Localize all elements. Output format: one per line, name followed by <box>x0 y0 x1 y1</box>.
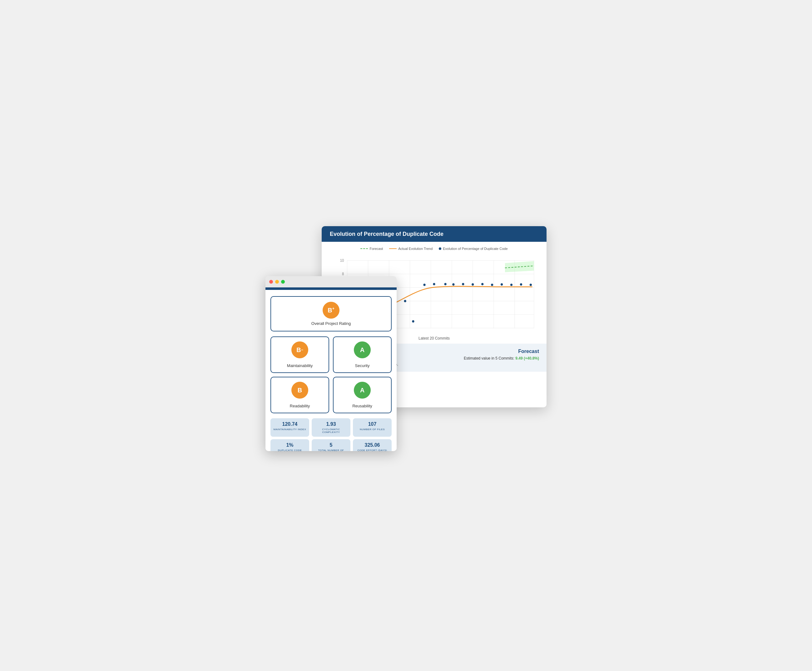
reusability-label: Reusability <box>352 404 372 408</box>
svg-point-39 <box>520 283 522 286</box>
minimize-dot[interactable] <box>275 280 279 284</box>
readability-card: B Readability <box>271 377 329 413</box>
readability-label: Readability <box>290 404 310 408</box>
rating-titlebar <box>266 276 397 288</box>
estimated-label: Estimated value in 5 Commits: <box>464 356 514 361</box>
window-accent-bar <box>266 288 397 290</box>
close-dot[interactable] <box>269 280 273 284</box>
metric-total-violations: 5 TOTAL NUMBER OF VIOLATIONS <box>312 439 351 451</box>
overall-superscript: + <box>332 307 334 311</box>
cyclomatic-complexity-value: 1.93 <box>326 421 336 427</box>
reusability-card: A Reusability <box>333 377 392 413</box>
svg-point-35 <box>481 283 483 286</box>
forecast-line-icon <box>361 249 368 249</box>
overall-rating-label: Overall Project Rating <box>312 321 351 326</box>
svg-point-37 <box>500 283 503 286</box>
maintainability-index-value: 120.74 <box>283 421 298 427</box>
rating-window: B+ Overall Project Rating B− Maintainabi… <box>266 276 397 451</box>
svg-point-36 <box>491 284 493 286</box>
evolution-legend-label: Evolution of Percentage of Duplicate Cod… <box>443 247 507 250</box>
cyclomatic-complexity-label: CYCLOMATIC COMPLEXITY <box>314 428 348 434</box>
duplicate-code-value: 1% <box>286 442 293 448</box>
security-label: Security <box>355 363 370 368</box>
svg-point-31 <box>444 283 446 286</box>
forecast-col: Forecast Estimated value in 5 Commits: 9… <box>437 349 539 361</box>
metric-code-effort: 325.06 CODE EFFORT (DAYS) <box>353 439 392 451</box>
chart-legend: Forecast Actual Evolution Trend Evolutio… <box>328 247 540 250</box>
actual-line-icon <box>389 249 397 249</box>
svg-point-33 <box>462 283 464 286</box>
metrics-grid: 120.74 MAINTAINABILITY INDEX 1.93 CYCLOM… <box>271 418 392 451</box>
forecast-heading: Forecast <box>437 349 539 354</box>
code-effort-value: 325.06 <box>365 442 380 448</box>
duplicate-code-label: DUPLICATE CODE <box>278 449 302 451</box>
actual-legend-label: Actual Evolution Trend <box>398 247 432 250</box>
svg-point-27 <box>404 300 406 302</box>
total-violations-value: 5 <box>330 442 333 448</box>
legend-forecast: Forecast <box>361 247 383 250</box>
security-card: A Security <box>333 336 392 373</box>
scene: Evolution of Percentage of Duplicate Cod… <box>266 226 546 445</box>
maximize-dot[interactable] <box>281 280 285 284</box>
number-of-files-value: 107 <box>368 421 377 427</box>
forecast-estimate-text: Estimated value in 5 Commits: 9.49 (+40.… <box>437 356 539 361</box>
metric-maintainability-index: 120.74 MAINTAINABILITY INDEX <box>271 418 309 437</box>
metric-cyclomatic-complexity: 1.93 CYCLOMATIC COMPLEXITY <box>312 418 351 437</box>
security-badge: A <box>354 341 371 358</box>
legend-evolution: Evolution of Percentage of Duplicate Cod… <box>439 247 507 250</box>
number-of-files-label: NUMBER OF FILES <box>360 428 385 431</box>
reusability-badge: A <box>354 382 371 399</box>
svg-text:8: 8 <box>342 272 344 276</box>
svg-point-28 <box>412 320 414 323</box>
maintainability-badge: B− <box>291 341 308 358</box>
svg-text:10: 10 <box>340 258 344 262</box>
forecast-legend-label: Forecast <box>369 247 383 250</box>
ratings-grid: B− Maintainability A Security B Readabil… <box>271 336 392 413</box>
overall-rating-card: B+ Overall Project Rating <box>271 296 392 331</box>
overall-grade: B+ <box>328 307 334 314</box>
overall-rating-badge: B+ <box>323 302 339 318</box>
code-effort-label: CODE EFFORT (DAYS) <box>357 449 387 451</box>
chart-title: Evolution of Percentage of Duplicate Cod… <box>327 231 447 237</box>
metric-duplicate-code: 1% DUPLICATE CODE <box>271 439 309 451</box>
svg-point-29 <box>423 284 426 286</box>
maintainability-superscript: − <box>301 348 303 352</box>
svg-point-34 <box>472 283 474 286</box>
legend-actual: Actual Evolution Trend <box>389 247 432 250</box>
svg-point-30 <box>433 283 435 286</box>
readability-badge: B <box>291 382 308 399</box>
chart-titlebar: Evolution of Percentage of Duplicate Cod… <box>322 226 546 242</box>
metric-number-of-files: 107 NUMBER OF FILES <box>353 418 392 437</box>
total-violations-label: TOTAL NUMBER OF VIOLATIONS <box>314 449 348 451</box>
maintainability-index-label: MAINTAINABILITY INDEX <box>274 428 306 431</box>
svg-point-40 <box>529 284 532 286</box>
maintainability-card: B− Maintainability <box>271 336 329 373</box>
rating-body: B+ Overall Project Rating B− Maintainabi… <box>266 290 397 451</box>
estimated-value: 9.49 (+40.8%) <box>515 356 539 361</box>
evolution-dot-icon <box>439 247 441 250</box>
svg-point-32 <box>452 283 455 286</box>
svg-point-38 <box>510 284 512 286</box>
maintainability-label: Maintainability <box>287 363 313 368</box>
